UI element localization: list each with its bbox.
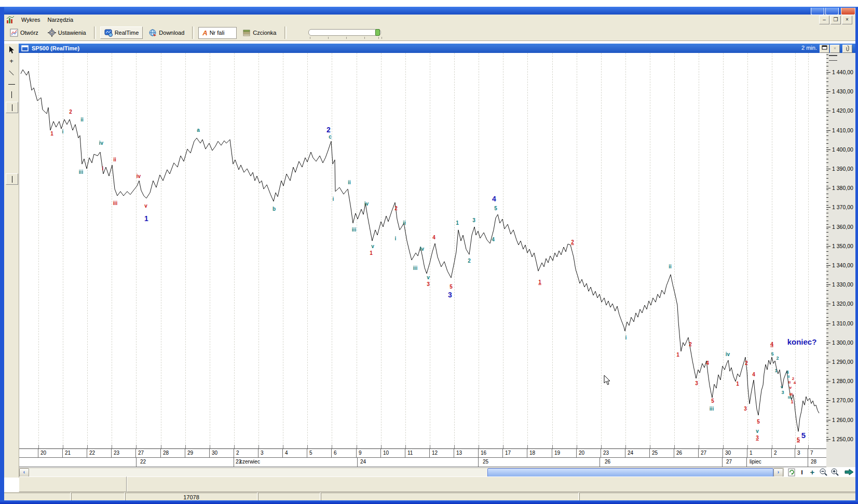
scroll-right-button[interactable]: › [773,468,783,477]
day-cell-separator [111,449,112,457]
price-minor-tick [826,425,828,426]
day-cell-separator [649,449,650,457]
wave-label: i [395,236,397,241]
price-minor-tick [826,140,828,140]
mdi-restore-button[interactable]: ❐ [830,16,841,24]
menu-wykres[interactable]: Wykres [18,16,44,24]
time-axis-weeks[interactable]: 2223czerwiec24252627lipiec28 [19,458,826,467]
download-label: Download [159,30,184,36]
zoom-in-button[interactable] [829,468,840,476]
day-cell-separator [698,449,699,457]
horizontal-line-tool[interactable] [6,79,17,89]
menu-narzedzia[interactable]: Narzędzia [44,16,77,24]
open-button[interactable]: Otwórz [6,27,42,38]
time-axis-days[interactable]: 2021222327282930234569101112131617181920… [19,449,826,458]
wave-label: 3 [695,381,698,386]
trendline-tool[interactable] [6,67,17,78]
price-major-tick [826,362,830,362]
toolbar-separator [284,26,287,39]
scrollbar-thumb[interactable] [487,468,773,477]
wave-label: ii [788,380,791,385]
mdi-close-button[interactable]: × [842,16,852,24]
wave-label: iv [364,201,369,207]
chart-maximize-button[interactable] [820,45,829,53]
price-minor-tick [826,306,828,306]
wave-label: i [62,129,64,134]
scroll-left-button[interactable]: ‹ [19,468,29,477]
wave-label: 5 [771,352,773,357]
price-minor-tick [826,421,828,422]
price-minor-tick [826,329,828,329]
interval-label: 2 min. [801,45,817,51]
vertical-cursor-toggle[interactable] [6,102,18,113]
main-close-button[interactable] [841,8,855,15]
price-major-tick [826,400,830,401]
price-minor-tick [826,228,828,229]
price-axis-label: 1 330,00 [832,281,853,288]
day-tick [258,445,259,448]
zoom-out-button[interactable] [818,468,828,476]
download-button[interactable]: Download [145,27,188,38]
wave-label: v [789,386,792,390]
day-cell-separator [454,449,454,457]
wave-number-button[interactable]: A Nr fali [198,27,237,39]
realtime-button[interactable]: RealTime [100,26,143,39]
price-minor-tick [826,360,828,360]
toolbar-separator [94,26,96,39]
price-minor-tick [826,356,828,356]
price-minor-tick [826,394,828,395]
price-minor-tick [826,101,828,101]
price-minor-tick [826,205,828,206]
slider-tick [378,37,379,39]
mdi-minimize-button[interactable]: – [819,16,829,24]
day-label: 30 [725,450,731,456]
zoom-slider-thumb[interactable] [375,29,380,36]
day-cell-separator [185,449,185,457]
day-cell-separator [527,449,527,457]
settings-button[interactable]: Ustawienia [44,27,90,38]
add-button[interactable]: + [808,468,817,476]
bar-width-button[interactable]: I [799,468,805,476]
price-axis-label: 1 440,00 [832,69,853,75]
main-restore-button[interactable] [825,8,839,15]
wave-label: i [333,197,334,202]
day-label: 29 [187,450,193,456]
price-major-tick [826,149,830,150]
vertical-marker-toggle[interactable] [6,173,18,185]
price-minor-tick [826,62,828,63]
wave-label: 2 [776,356,779,361]
chart-window-titlebar[interactable]: SP500 (RealTime) 2 min. × [19,44,855,53]
axis-settings-icon[interactable] [829,55,837,61]
wave-label: 4 [752,372,755,377]
crosshair-tool[interactable]: + [6,56,17,66]
chart-window-icon [21,45,29,51]
wave-label: c [329,134,332,140]
price-axis[interactable]: 1 440,001 430,001 420,001 410,001 400,00… [826,53,855,467]
vertical-line-tool[interactable] [6,89,17,100]
day-tick [307,445,308,448]
week-cell-separator [234,458,234,467]
day-cell-separator [209,449,210,457]
day-cell-separator [160,449,161,457]
main-minimize-button[interactable] [811,8,824,15]
go-to-end-button[interactable] [844,468,854,476]
wave-label: 1 [370,251,373,256]
day-cell-separator [331,449,332,457]
refresh-data-button[interactable] [787,468,796,476]
price-minor-tick [826,178,828,179]
day-tick [577,445,577,448]
chart-close-button[interactable]: × [830,45,840,53]
price-minor-tick [826,383,828,383]
zoom-slider[interactable] [308,29,381,36]
price-minor-tick [826,271,828,271]
price-axis-label: 1 400,00 [832,146,853,153]
pin-button[interactable] [842,45,852,53]
pointer-tool[interactable] [6,45,17,55]
price-axis-label: 1 350,00 [832,243,853,249]
price-minor-tick [826,309,828,310]
week-label: lipiec [750,459,761,465]
week-label: 27 [726,459,732,465]
price-axis-label: 1 360,00 [832,224,853,230]
wave-label: b [273,207,276,212]
font-button[interactable]: Czcionka [239,27,280,38]
